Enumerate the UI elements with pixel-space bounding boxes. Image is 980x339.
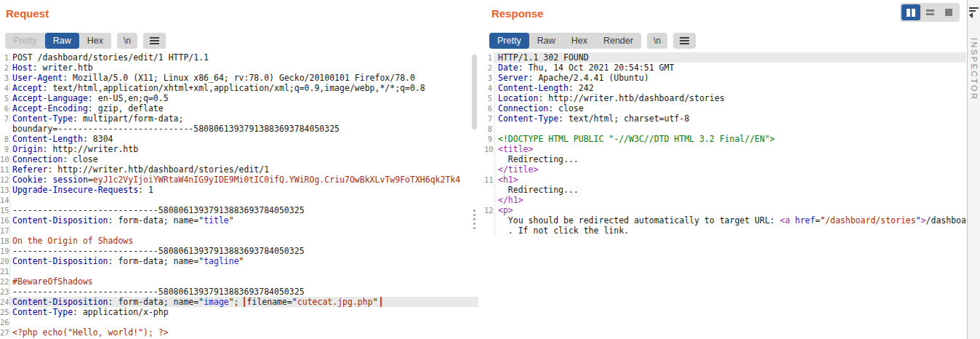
tab-hex[interactable]: Hex (79, 33, 111, 49)
line-number: 2 (0, 63, 10, 73)
code-text: Location: http://writer.htb/dashboard/st… (495, 93, 966, 103)
tab-pretty[interactable]: Pretty (5, 33, 45, 49)
panel-divider-grip[interactable] (473, 210, 475, 229)
line-number: 18 (0, 236, 10, 246)
code-token: : close (548, 103, 583, 113)
menu-button[interactable] (143, 33, 166, 49)
code-line: 9Origin: http://writer.htb (0, 144, 478, 154)
code-line: 14 (0, 195, 478, 205)
code-token: tagline (204, 256, 238, 266)
line-number: 14 (0, 195, 10, 205)
line-number: 9 (0, 144, 10, 154)
inspector-sidebar[interactable]: INSPECTOR (967, 0, 980, 339)
line-number: 27 (0, 327, 10, 338)
tab-hex[interactable]: Hex (563, 33, 595, 49)
code-line: boundary=---------------------------5808… (0, 124, 478, 134)
code-token: : (43, 175, 53, 185)
code-text: <?php echo("Hello, world!"); ?> (10, 327, 478, 338)
line-number (484, 215, 495, 226)
code-token: : text/html; charset=utf-8 (558, 113, 689, 124)
code-token: Host (12, 63, 33, 73)
code-line: 26 (0, 317, 478, 327)
code-line: 17 (0, 226, 478, 236)
code-token: eyJ1c2VyIjoiYWRtaW4nIG9yIDE9Mi0tIC0ifQ.Y… (93, 175, 460, 185)
line-number: 7 (0, 113, 10, 124)
line-number: 23 (0, 287, 10, 297)
line-number: 4 (0, 83, 10, 93)
code-line: Redirecting... (484, 185, 966, 195)
code-token: Redirecting... (498, 185, 579, 195)
tab-render[interactable]: Render (595, 33, 641, 49)
code-line: 3User-Agent: Mozilla/5.0 (X11; Linux x86… (0, 73, 478, 83)
code-token: Content-Disposition (12, 297, 108, 307)
code-token: cutecat.jpg.php (297, 297, 373, 307)
code-token: POST /dashboard/stories/edit/1 HTTP/1.1 (12, 52, 209, 63)
collapse-panel-icon[interactable] (969, 7, 979, 16)
code-token: Content-Disposition (12, 215, 108, 226)
code-token: <a (780, 215, 795, 226)
tab-pretty[interactable]: Pretty (489, 33, 529, 49)
line-number: 12 (0, 175, 10, 185)
code-line: 6Accept-Encoding: gzip, deflate (0, 103, 478, 113)
code-token: : writer.htb (33, 63, 93, 73)
code-token: " (229, 215, 234, 226)
code-text: User-Agent: Mozilla/5.0 (X11; Linux x86_… (10, 73, 478, 83)
request-title: Request (6, 7, 49, 20)
line-number: 6 (0, 103, 10, 113)
line-number: 13 (0, 185, 10, 195)
line-number: 21 (0, 266, 10, 276)
line-number: 9 (484, 134, 495, 144)
code-text: Content-Disposition: form-data; name="ti… (10, 215, 478, 226)
code-line: 19-----------------------------580806139… (0, 246, 478, 256)
line-number: 3 (484, 73, 495, 83)
line-number: 1 (0, 52, 10, 63)
menu-button[interactable] (673, 33, 696, 49)
code-token: Accept (12, 83, 43, 93)
code-text: Connection: close (10, 154, 478, 164)
code-text: Redirecting... (495, 154, 966, 164)
code-line: Redirecting... (484, 154, 966, 164)
line-number (484, 154, 495, 164)
code-text: POST /dashboard/stories/edit/1 HTTP/1.1 (10, 52, 478, 63)
code-text: Content-Type: text/html; charset=utf-8 (495, 113, 966, 124)
code-text: </title> (495, 164, 966, 175)
code-text: Cookie: session=eyJ1c2VyIjoiYWRtaW4nIG9y… (10, 175, 478, 185)
code-line: 8 (484, 124, 966, 134)
single-view-button[interactable] (939, 4, 958, 20)
code-token: Referer (12, 164, 47, 175)
code-token: href (795, 215, 816, 226)
line-number: 10 (0, 154, 10, 164)
line-number: 7 (484, 113, 495, 124)
newline-toggle-button[interactable]: \n (647, 33, 667, 49)
request-scrollbar-thumb[interactable] (472, 55, 477, 129)
line-number: 19 (0, 246, 10, 256)
code-text: </h1> (495, 195, 966, 205)
split-rows-button[interactable] (920, 4, 939, 20)
code-line: </h1> (484, 195, 966, 205)
code-token: : 8304 (83, 134, 113, 144)
request-tab-group: PrettyRawHex (5, 33, 111, 49)
tab-raw[interactable]: Raw (529, 33, 563, 49)
code-text: <title> (495, 144, 966, 154)
newline-toggle-button[interactable]: \n (117, 33, 137, 49)
line-number: 12 (484, 205, 495, 215)
code-line: 9<!DOCTYPE HTML PUBLIC "-//W3C//DTD HTML… (484, 134, 966, 144)
code-token: Connection (12, 154, 63, 164)
split-columns-button[interactable] (901, 4, 920, 20)
code-line: 12<p> (484, 205, 966, 215)
code-line: 4Accept: text/html,application/xhtml+xml… (0, 83, 478, 93)
hamburger-menu-icon (680, 37, 689, 44)
line-number: 24 (0, 297, 10, 307)
line-number: 8 (484, 124, 495, 134)
code-token: Content-Length (498, 83, 569, 93)
code-token: <p> (498, 205, 513, 215)
code-line: 7Content-Type: multipart/form-data; (0, 113, 478, 124)
code-token: : http://writer.htb/dashboard/stories/ed… (47, 164, 269, 175)
code-token: : 1 (138, 185, 153, 195)
request-content[interactable]: 1POST /dashboard/stories/edit/1 HTTP/1.1… (0, 52, 478, 339)
line-number: 3 (0, 73, 10, 83)
line-number: 17 (0, 226, 10, 236)
response-content[interactable]: 1HTTP/1.1 302 FOUND2Date: Thu, 14 Oct 20… (484, 52, 966, 339)
tab-raw[interactable]: Raw (45, 33, 79, 49)
code-line: 13Upgrade-Insecure-Requests: 1 (0, 185, 478, 195)
